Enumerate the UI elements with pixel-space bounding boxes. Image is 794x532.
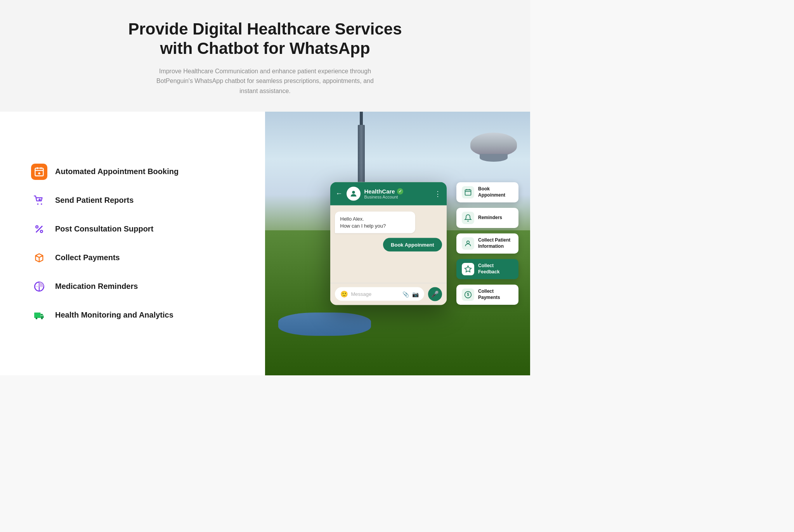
svg-rect-16: [34, 313, 40, 318]
message-input-area[interactable]: 🙂 Message 📎 📷: [335, 287, 424, 301]
main-title: Provide Digital Healthcare Services with…: [8, 19, 522, 59]
feature-item-post-consultation: Post Consultation Support: [31, 221, 242, 237]
right-panel: ← HealthCare ✓ Business Account ⋮: [265, 112, 530, 375]
feat-card-label-book-appointment: BookAppoinment: [478, 186, 505, 198]
svg-point-25: [467, 241, 470, 244]
chat-info: HealthCare ✓ Business Account: [364, 188, 430, 199]
verified-badge: ✓: [397, 188, 403, 194]
feat-card-book-appointment: BookAppoinment: [456, 182, 518, 202]
feature-item-medication-reminders: Medication Reminders: [31, 278, 242, 295]
post-consultation-icon: [31, 221, 47, 237]
cart-medical-icon: [34, 195, 45, 206]
svg-point-20: [352, 191, 355, 193]
feature-label-health-monitoring: Health Monitoring and Analytics: [55, 311, 173, 320]
svg-point-6: [37, 203, 39, 205]
chat-footer: 🙂 Message 📎 📷 🎤: [330, 283, 447, 305]
feat-card-label-collect-patient-info: Collect PatientInformation: [478, 237, 510, 249]
svg-line-12: [36, 226, 42, 232]
header-section: Provide Digital Healthcare Services with…: [0, 0, 530, 112]
truck-icon: [34, 310, 45, 321]
collect-payments-icon: [31, 250, 47, 266]
back-button[interactable]: ←: [336, 190, 343, 198]
mic-button[interactable]: 🎤: [428, 287, 442, 301]
feature-label-automated-appointment: Automated Appointment Booking: [55, 167, 179, 176]
spaceship: [470, 133, 517, 156]
feat-card-label-collect-payments: CollectPayments: [478, 288, 500, 301]
svg-rect-0: [35, 168, 43, 176]
calendar-plus-icon: [34, 166, 45, 177]
feat-card-collect-payments: $ CollectPayments: [456, 285, 518, 305]
medication-reminders-icon: [31, 278, 47, 295]
feat-card-reminders: Reminders: [456, 208, 518, 228]
more-options-button[interactable]: ⋮: [434, 189, 441, 198]
action-button[interactable]: Book Appoinment: [383, 238, 442, 251]
feat-card-collect-feedback: CollectFeedback: [456, 259, 518, 279]
chat-body: Hello Alex.How can I help you? Book Appo…: [330, 205, 447, 283]
send-patient-reports-icon: [31, 192, 47, 209]
feature-label-medication-reminders: Medication Reminders: [55, 282, 138, 291]
svg-text:$: $: [467, 292, 469, 297]
svg-marker-26: [465, 266, 472, 272]
feat-card-label-collect-feedback: CollectFeedback: [478, 263, 499, 275]
percent-icon: [34, 224, 45, 235]
feature-item-collect-payments: Collect Payments: [31, 250, 242, 266]
water: [278, 313, 371, 336]
feature-item-send-patient-reports: Send Patient Reports: [31, 192, 242, 209]
feature-cards: BookAppoinment Reminders: [456, 182, 518, 305]
chat-header: ← HealthCare ✓ Business Account ⋮: [330, 182, 447, 205]
collect-feedback-card-icon: [462, 263, 474, 275]
collect-payments-card-icon: $: [462, 288, 474, 301]
emoji-icon[interactable]: 🙂: [340, 290, 348, 298]
collect-patient-info-card-icon: [462, 237, 474, 250]
chat-name: HealthCare ✓: [364, 188, 430, 195]
feature-label-post-consultation: Post Consultation Support: [55, 225, 153, 233]
subtitle: Improve Healthcare Communication and enh…: [156, 66, 374, 96]
svg-point-18: [41, 317, 43, 319]
health-monitoring-icon: [31, 307, 47, 323]
greeting-message: Hello Alex.How can I help you?: [335, 211, 415, 233]
svg-rect-21: [465, 190, 471, 195]
svg-point-10: [36, 226, 38, 228]
feature-label-collect-payments: Collect Payments: [55, 253, 120, 262]
camera-icon[interactable]: 📷: [412, 291, 419, 297]
content-section: Automated Appointment Booking Send Patie…: [0, 112, 530, 375]
book-appointment-card-icon: [462, 186, 474, 199]
feature-item-health-monitoring: Health Monitoring and Analytics: [31, 307, 242, 323]
message-placeholder: Message: [351, 291, 399, 297]
reminders-card-icon: [462, 212, 474, 224]
svg-point-17: [36, 317, 38, 319]
feat-card-label-reminders: Reminders: [478, 215, 502, 221]
feat-card-collect-patient-info: Collect PatientInformation: [456, 233, 518, 254]
feature-item-automated-appointment: Automated Appointment Booking: [31, 164, 242, 180]
automated-appointment-icon: [31, 164, 47, 180]
svg-point-7: [41, 203, 42, 205]
chat-window: ← HealthCare ✓ Business Account ⋮: [330, 182, 447, 305]
attach-icon[interactable]: 📎: [402, 291, 409, 297]
chat-avatar: [347, 187, 361, 200]
chat-subtitle: Business Account: [364, 195, 430, 199]
pill-icon: [34, 281, 45, 292]
features-list: Automated Appointment Booking Send Patie…: [0, 112, 265, 375]
box-icon: [34, 252, 45, 263]
svg-point-11: [40, 230, 43, 232]
feature-label-send-patient-reports: Send Patient Reports: [55, 196, 133, 205]
